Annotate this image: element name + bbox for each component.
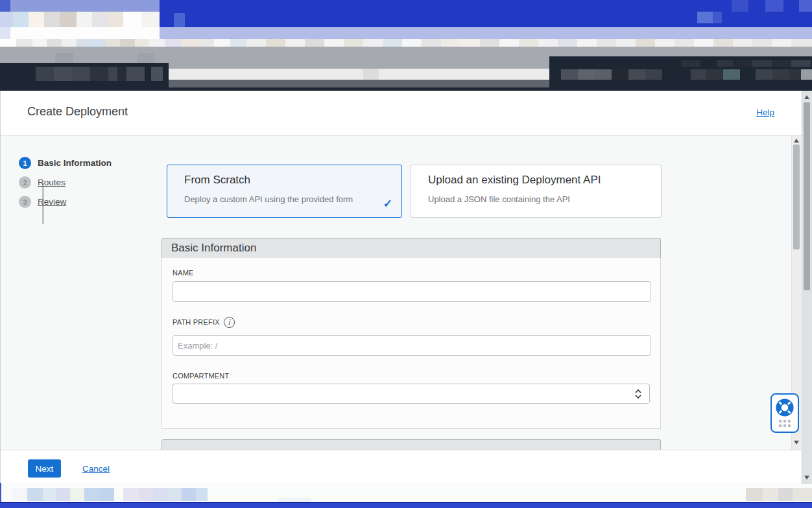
card-description: Deploy a custom API using the provided f… [184,194,353,204]
scroll-down-arrow-icon[interactable] [794,441,799,444]
blur-block [174,13,185,27]
compartment-label: COMPARTMENT [173,372,229,380]
scroll-down-arrow-icon[interactable] [804,476,809,479]
next-button[interactable]: Next [28,459,61,478]
cancel-link[interactable]: Cancel [82,464,110,474]
card-upload-existing-api[interactable]: Upload an existing Deployment API Upload… [411,165,662,218]
blur-console-nav-left [0,63,169,91]
step-number-badge: 1 [19,157,31,169]
app-grid-icon [779,420,791,427]
card-title: From Scratch [184,174,250,187]
blur-bookmarks-row [0,39,812,47]
blur-block [10,0,160,12]
stepper-step-basic-information: 1 Basic Information [19,157,112,169]
blur-block [0,0,10,12]
blur-row [0,27,812,39]
path-prefix-label-row: PATH PREFIX i [173,316,235,329]
panel-body: NAME PATH PREFIX i COMPARTMENT [161,258,661,429]
compartment-select[interactable] [173,384,650,404]
blur-block [363,69,379,80]
scroll-up-arrow-icon[interactable] [794,139,799,143]
scrollbar-thumb[interactable] [804,102,810,290]
path-prefix-label: PATH PREFIX [173,318,220,326]
basic-information-panel: Basic Information NAME PATH PREFIX i COM… [161,238,661,429]
browser-chrome-blurred [0,0,812,91]
lifebuoy-icon [774,397,795,418]
step-label: Basic Information [38,158,112,168]
create-deployment-window: Create Deployment Help 1 Basic Informati… [0,0,812,508]
card-title: Upload an existing Deployment API [428,174,601,187]
selected-check-icon: ✓ [383,197,392,211]
dialog-header: Create Deployment Help [0,91,802,136]
blur-block [681,60,811,67]
blur-block [746,488,812,501]
stepper-step-review[interactable]: 3 Review [19,196,66,208]
panel-header: Basic Information [161,238,661,259]
blur-block [765,0,783,12]
step-number-badge: 2 [19,176,31,189]
blur-block [279,498,311,502]
panel-title: Basic Information [171,242,256,255]
blur-row [0,0,812,12]
blur-console-nav-right [549,56,812,91]
stepper-step-routes[interactable]: 2 Routes [19,176,66,189]
card-description: Upload a JSON file containing the API [428,194,570,204]
blur-block [799,0,812,12]
step-label[interactable]: Review [38,197,66,207]
step-label[interactable]: Routes [38,178,66,187]
dialog-body: 1 Basic Information 2 Routes 3 Review Fr… [0,136,802,450]
help-link[interactable]: Help [756,108,774,117]
blur-block [0,483,1,502]
page-title: Create Deployment [27,105,128,119]
scroll-up-arrow-icon[interactable] [804,95,809,99]
blur-block [561,69,812,80]
info-icon[interactable]: i [224,317,235,328]
dialog-footer: Next Cancel [0,450,802,483]
floating-help-button[interactable] [770,393,799,433]
blur-block [36,67,163,81]
scrollbar-thumb[interactable] [793,144,800,249]
name-label: NAME [173,269,194,277]
select-chevrons-icon [633,388,643,400]
card-from-scratch[interactable]: From Scratch Deploy a custom API using t… [167,165,402,218]
browser-scrollbar[interactable] [802,91,812,484]
step-number-badge: 3 [19,196,31,208]
blur-block [0,12,160,27]
blur-block [697,12,713,23]
path-prefix-input[interactable] [173,335,651,356]
blur-block [713,12,722,23]
blur-block [732,0,748,12]
blur-block [12,488,208,501]
bottom-blurred-strip [0,483,812,502]
name-input[interactable] [173,281,651,302]
blur-block [0,27,160,39]
bottom-blue-bar [0,502,812,508]
blur-row [0,12,812,27]
